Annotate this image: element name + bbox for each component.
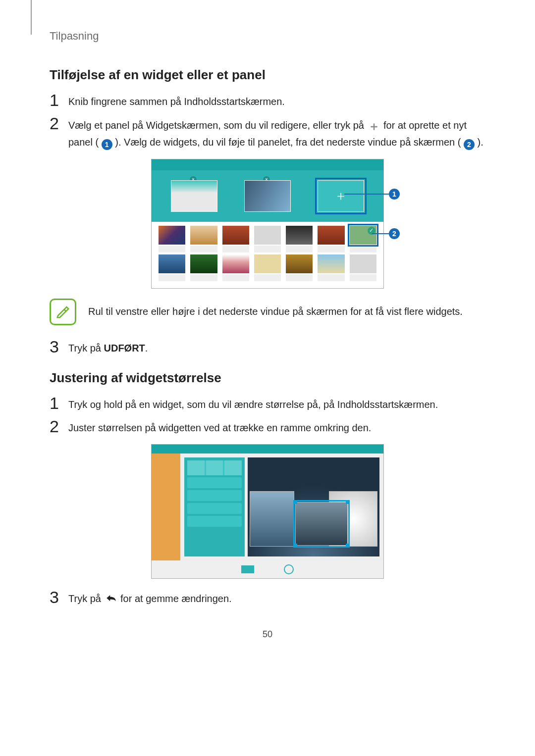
note-text: Rul til venstre eller højre i det neders… (88, 299, 463, 318)
step-text: Vælg et panel på Widgetskærmen, som du v… (68, 115, 485, 150)
margin-rule (31, 0, 32, 35)
step-text: Tryk på for at gemme ændringen. (68, 589, 232, 607)
step-number: 2 (50, 115, 68, 132)
step-text: Knib fingrene sammen på Indholdsstartskæ… (68, 92, 285, 109)
figure-widget-panel: × × ＋ ✓ (151, 159, 384, 289)
figure-resize-widget (151, 444, 384, 579)
panel-thumb (171, 180, 217, 212)
text-part: Vælg et panel på Widgetskærmen, som du v… (68, 120, 367, 131)
step-number: 3 (50, 338, 68, 355)
note-icon (50, 299, 76, 325)
callout-ref-2: 2 (464, 139, 475, 150)
heading-resize-widget: Justering af widgetstørrelse (50, 370, 485, 386)
step-number: 1 (50, 395, 68, 411)
step-text: Juster størrelsen på widgetten ved at tr… (68, 418, 371, 435)
done-label: UDFØRT (104, 343, 145, 353)
layout-tab-icon (284, 564, 294, 574)
callout-2: 2 (372, 228, 400, 239)
page-number: 50 (50, 629, 485, 640)
widgets-tab-icon (241, 565, 254, 573)
step-text: Tryk på UDFØRT. (68, 338, 148, 355)
heading-add-widget: Tilføjelse af en widget eller et panel (50, 67, 485, 83)
step-1-1: 1 Knib fingrene sammen på Indholdsstarts… (50, 92, 485, 109)
widget-resize-selection (295, 502, 348, 546)
panel-thumb (244, 180, 291, 212)
step-2-1: 1 Tryk og hold på en widget, som du vil … (50, 395, 485, 412)
note: Rul til venstre eller højre i det neders… (50, 299, 485, 325)
step-number: 1 (50, 92, 68, 108)
step-2-3: 3 Tryk på for at gemme ændringen. (50, 589, 485, 607)
text-part: ). (475, 137, 483, 148)
callout-ref-1: 1 (102, 139, 112, 150)
text-part: ). Vælg de widgets, du vil føje til pane… (112, 137, 464, 148)
step-1-3: 3 Tryk på UDFØRT. (50, 338, 485, 355)
callout-1: 1 (344, 189, 400, 200)
step-number: 3 (50, 589, 68, 605)
step-1-2: 2 Vælg et panel på Widgetskærmen, som du… (50, 115, 485, 150)
back-icon (104, 593, 118, 607)
plus-icon: ＋ (367, 118, 381, 135)
step-text: Tryk og hold på en widget, som du vil æn… (68, 395, 438, 412)
step-number: 2 (50, 418, 68, 435)
breadcrumb: Tilpasning (50, 30, 485, 43)
step-2-2: 2 Juster størrelsen på widgetten ved at … (50, 418, 485, 435)
